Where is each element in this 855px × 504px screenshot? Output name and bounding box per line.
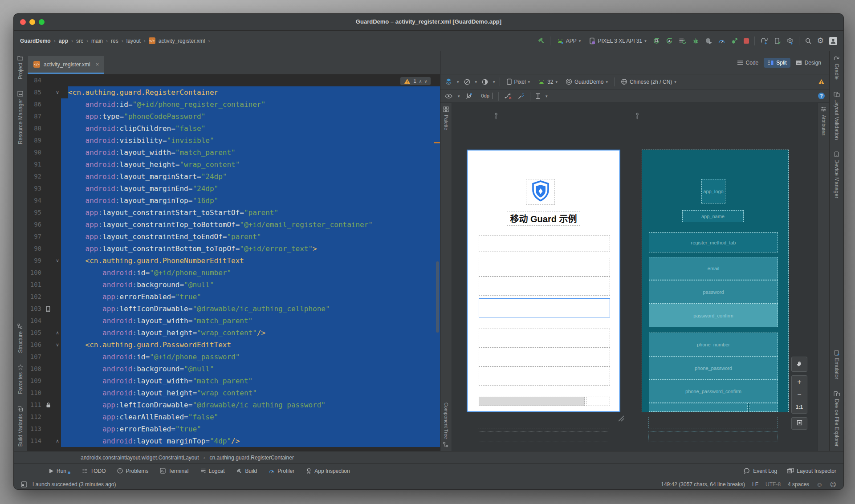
api-level-dropdown[interactable]: 32 ▾ xyxy=(536,77,559,86)
breadcrumb-item[interactable]: src xyxy=(76,38,83,44)
debug-icon[interactable] xyxy=(692,37,700,45)
code-line[interactable]: 97 app:layout_constraintEnd_toEndOf="par… xyxy=(27,231,440,243)
rerun-icon[interactable] xyxy=(653,37,660,45)
tool-window-button-structure[interactable]: Structure xyxy=(17,323,24,353)
resize-handle-icon[interactable] xyxy=(617,415,625,423)
night-mode-icon[interactable] xyxy=(481,78,489,85)
blueprint-view-password_confirm[interactable]: password_confirm xyxy=(649,304,778,327)
profile-icon[interactable] xyxy=(718,37,725,45)
default-margin-selector[interactable]: 0dp xyxy=(478,93,493,99)
clear-constraints-icon[interactable] xyxy=(504,93,512,99)
preview-field-password[interactable] xyxy=(479,276,610,296)
palette-tab[interactable]: Palette xyxy=(444,115,449,130)
blueprint-view-button[interactable] xyxy=(649,403,748,412)
build-hammer-icon[interactable] xyxy=(538,37,546,45)
apply-code-changes-icon[interactable]: A xyxy=(666,37,673,45)
tool-window-button-logcat[interactable]: Logcat xyxy=(200,468,225,474)
locale-dropdown[interactable]: Chinese (zh / CN) ▾ xyxy=(619,77,678,86)
code-line[interactable]: 105∧ android:layout_height="wrap_content… xyxy=(27,327,440,339)
zoom-to-fit-button[interactable] xyxy=(791,417,807,430)
next-problem-icon[interactable]: ∨ xyxy=(424,79,427,84)
tool-window-button-layout-inspector[interactable]: Layout Inspector xyxy=(787,468,836,474)
code-line[interactable]: 86 android:id="@+id/phone_register_conta… xyxy=(27,98,440,110)
tool-window-button-favorites[interactable]: Favorites xyxy=(17,364,24,394)
preview-field-phone_password[interactable] xyxy=(479,348,610,366)
blueprint-view-phone_password[interactable]: phone_password xyxy=(649,356,778,380)
indent-setting[interactable]: 4 spaces xyxy=(788,481,809,488)
infer-constraints-icon[interactable] xyxy=(517,93,525,100)
theme-dropdown[interactable]: GuardDemo ▾ xyxy=(564,77,610,86)
error-stripe-mark[interactable] xyxy=(434,142,440,143)
component-tree-tab[interactable]: Component Tree xyxy=(444,402,449,439)
run-configurations-icon[interactable] xyxy=(679,37,687,45)
settings-icon[interactable]: ⚙ xyxy=(817,37,824,45)
zoom-ratio-button[interactable]: 1:1 xyxy=(792,401,807,413)
sdk-manager-icon[interactable] xyxy=(786,37,794,45)
happy-feedback-icon[interactable]: ☺ xyxy=(816,481,822,488)
pan-hand-button[interactable] xyxy=(791,357,807,372)
view-options-icon[interactable] xyxy=(445,93,452,99)
code-line[interactable]: 107 android:id="@+id/phone_password" xyxy=(27,351,440,363)
tool-window-switcher-icon[interactable] xyxy=(21,481,27,488)
render-warning-icon[interactable] xyxy=(818,79,825,85)
code-line[interactable]: 112 app:clearAllEnabled="false" xyxy=(27,411,440,423)
tool-window-button-problems[interactable]: Problems xyxy=(117,468,148,474)
tool-window-button-todo[interactable]: TODO xyxy=(82,468,106,474)
tool-window-button-event-log[interactable]: Event Log xyxy=(744,468,777,474)
device-selector-dropdown[interactable]: PIXEL 3 XL API 31 ▾ xyxy=(587,36,648,46)
inspection-widget[interactable]: 1 ∧ ∨ xyxy=(400,77,431,85)
mode-code[interactable]: Code xyxy=(733,58,762,68)
blueprint-view-register_method_tab[interactable]: register_method_tab xyxy=(649,232,778,252)
code-line[interactable]: 90 android:layout_width="match_parent" xyxy=(27,146,440,159)
code-line[interactable]: 94 android:layout_marginTop="16dp" xyxy=(27,195,440,207)
tool-window-button-run[interactable]: Run xyxy=(49,468,70,474)
app-logo-placeholder[interactable] xyxy=(526,179,555,205)
code-line[interactable]: 84 xyxy=(27,74,440,86)
breadcrumb-item[interactable]: app xyxy=(59,38,68,44)
code-line[interactable]: 103 app:leftIconDrawable="@drawable/ic_a… xyxy=(27,303,440,315)
preview-device-screen[interactable]: 移动 Guard 示例 xyxy=(467,150,620,412)
tool-window-button-terminal[interactable]: Terminal xyxy=(160,468,188,474)
apply-changes-restart-icon[interactable] xyxy=(731,37,738,45)
code-line[interactable]: 114∧ android:layout_marginTop="4dp"/> xyxy=(27,435,440,447)
code-line[interactable]: 100 android:id="@+id/phone_number" xyxy=(27,267,440,279)
attach-debugger-icon[interactable] xyxy=(705,37,712,45)
bottom-button-placeholder[interactable] xyxy=(586,397,610,406)
preview-field-password_confirm[interactable] xyxy=(479,298,610,317)
code-line[interactable]: 99∨ <cn.authing.guard.PhoneNumberEditTex… xyxy=(27,255,440,267)
code-line[interactable]: 106∨ <cn.authing.guard.PasswordEditText xyxy=(27,339,440,351)
autoconnect-off-icon[interactable] xyxy=(465,93,472,100)
code-line[interactable]: 87 app:type="phoneCodePassword" xyxy=(27,110,440,122)
breadcrumb-register-container[interactable]: cn.authing.guard.RegisterContainer xyxy=(210,455,294,461)
blueprint-device-screen[interactable]: app_logoapp_nameregister_method_tabemail… xyxy=(642,150,789,412)
breadcrumb-item[interactable]: GuardDemo xyxy=(20,38,51,44)
code-line[interactable]: 111 app:leftIconDrawable="@drawable/ic_a… xyxy=(27,399,440,411)
preview-field-email[interactable] xyxy=(479,258,610,276)
code-line[interactable]: 88 android:clipChildren="false" xyxy=(27,122,440,134)
tool-window-button-resource-manager[interactable]: Resource Manager xyxy=(17,91,24,144)
help-icon[interactable]: ? xyxy=(818,93,825,99)
code-line[interactable]: 95 app:layout_constraintStart_toStartOf=… xyxy=(27,207,440,219)
tool-window-button-profiler[interactable]: Profiler xyxy=(269,468,294,474)
editor-scrollbar[interactable] xyxy=(436,261,439,333)
code-editor[interactable]: 8485∨<cn.authing.guard.RegisterContainer… xyxy=(27,74,440,451)
blueprint-view-button[interactable] xyxy=(749,403,778,412)
code-line[interactable]: 89 android:visibility="invisible" xyxy=(27,134,440,146)
close-tab-icon[interactable]: × xyxy=(96,61,99,68)
blueprint-view-email[interactable]: email xyxy=(649,257,778,280)
stop-icon[interactable] xyxy=(744,38,749,44)
blueprint-view-phone_password_confirm[interactable]: phone_password_confirm xyxy=(649,380,778,403)
guidelines-icon[interactable] xyxy=(536,93,540,99)
tool-window-button-device-file-explorer[interactable]: Device File Explorer xyxy=(834,391,840,447)
mode-design[interactable]: Design xyxy=(792,58,825,68)
code-line[interactable]: 92 android:layout_marginStart="24dp" xyxy=(27,171,440,183)
file-encoding[interactable]: UTF-8 xyxy=(765,481,781,488)
breadcrumb-item[interactable]: main xyxy=(91,38,103,44)
previous-problem-icon[interactable]: ∧ xyxy=(419,79,422,84)
blueprint-view-app_logo[interactable]: app_logo xyxy=(701,179,725,203)
code-line[interactable]: 91 android:layout_height="wrap_content" xyxy=(27,159,440,171)
orientation-icon[interactable] xyxy=(464,78,471,85)
blueprint-view-phone_number[interactable]: phone_number xyxy=(649,333,778,356)
tool-window-button-layout-validation[interactable]: Layout Validation xyxy=(834,91,840,140)
blueprint-view-password[interactable]: password xyxy=(649,280,778,304)
